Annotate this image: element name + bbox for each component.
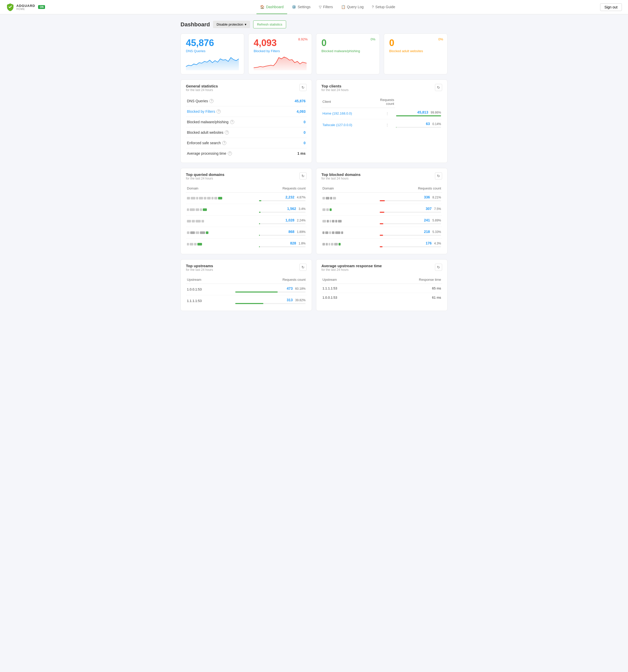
blocked-filters-value: 4,093 <box>281 106 307 117</box>
response-col-header: Response time <box>371 275 442 284</box>
top-clients-refresh-button[interactable]: ↻ <box>435 84 442 91</box>
table-row: 1,028 2.24% <box>186 215 307 227</box>
adguard-logo <box>6 3 14 11</box>
count-value: 176 <box>426 241 432 245</box>
table-row: 1.0.0.1:53 473 60.18% <box>186 284 307 295</box>
count-cell: 313 39.82% <box>234 295 307 307</box>
count-cell: 307 7.5% <box>379 204 442 215</box>
help-icon[interactable]: ? <box>225 130 229 135</box>
upstreams-row: Top upstreams for the last 24 hours ↻ Up… <box>180 259 448 311</box>
client-link[interactable]: Tailscale (127.0.0.0) <box>322 123 352 127</box>
nav-setup[interactable]: ? Setup Guide <box>368 0 399 14</box>
top-queried-refresh-button[interactable]: ↻ <box>299 172 307 179</box>
count-value: 1,028 <box>285 218 294 222</box>
disable-protection-button[interactable]: Disable protection ▾ <box>213 21 250 28</box>
domain-col-header: Domain <box>321 184 379 193</box>
brand-sub: HOME <box>16 8 35 10</box>
count-value: 868 <box>288 230 294 234</box>
count-value: 241 <box>424 218 430 222</box>
count-pct: 4.87% <box>297 196 306 199</box>
top-clients-header: Top clients for the last 24 hours ↻ <box>321 84 442 95</box>
nav-querylog[interactable]: 📋 Query Log <box>338 0 367 14</box>
count-value: 473 <box>287 286 292 290</box>
navbar: ADGUARD HOME ON 🏠 Dashboard ⚙️ Settings … <box>0 0 628 14</box>
count-cell: 1,562 3.4% <box>258 204 307 215</box>
table-row: 336 8.21% <box>321 192 442 204</box>
help-icon[interactable]: ? <box>210 99 214 103</box>
table-row: DNS Queries? 45,876 <box>186 96 307 106</box>
blocked-filters-link[interactable]: Blocked by Filters <box>187 110 215 114</box>
count-cell: 828 1.8% <box>258 238 307 250</box>
progress-bar <box>396 115 441 116</box>
bar-fill <box>396 115 441 116</box>
general-stats-refresh-button[interactable]: ↻ <box>299 84 307 91</box>
help-icon[interactable]: ? <box>228 151 232 155</box>
upstream-col-header: Upstream <box>321 275 371 284</box>
blurred-domain <box>322 220 378 222</box>
malware-value: 0 <box>281 117 307 127</box>
adult-number: 0 <box>389 38 442 48</box>
help-icon[interactable]: ? <box>230 120 234 124</box>
client-link[interactable]: Home (192.168.0.0) <box>322 112 352 115</box>
main-content: Dashboard Disable protection ▾ Refresh s… <box>173 14 455 322</box>
upstream-name: 1.1.1.1:53 <box>186 295 234 307</box>
count-value: 2,232 <box>285 195 294 199</box>
sign-out-button[interactable]: Sign out <box>600 3 622 11</box>
blocked-label: Blocked by Filters <box>253 49 307 53</box>
table-row: Enforced safe search? 0 <box>186 138 307 148</box>
top-blocked-title: Top blocked domains <box>321 172 361 177</box>
dns-queries-number: 45,876 <box>186 38 239 48</box>
middle-row: General statistics for the last 24 hours… <box>180 79 448 163</box>
top-blocked-table: Domain Requests count 336 8.21% <box>321 184 442 250</box>
adult-value: 0 <box>281 127 307 138</box>
top-upstreams-refresh-button[interactable]: ↻ <box>299 264 307 271</box>
count-pct: 2.24% <box>297 219 306 222</box>
client-col-header: Client <box>321 96 379 108</box>
table-row: 868 1.89% <box>186 227 307 238</box>
malware-percent: 0% <box>370 37 376 41</box>
count-pct: 7.5% <box>434 207 441 211</box>
brand: ADGUARD HOME ON <box>6 3 45 11</box>
count-pct: 5.89% <box>432 219 441 222</box>
help-icon[interactable]: ? <box>222 141 226 145</box>
help-icon[interactable]: ? <box>217 110 221 114</box>
nav-settings[interactable]: ⚙️ Settings <box>288 0 314 14</box>
blurred-domain <box>187 209 257 211</box>
avg-time-value: 1 ms <box>281 148 307 159</box>
top-blocked-subtitle: for the last 24 hours <box>321 177 361 180</box>
count-cell: 218 5.33% <box>379 227 442 238</box>
nav-filters[interactable]: ▽ Filters <box>315 0 337 14</box>
count-cell: 868 1.89% <box>258 227 307 238</box>
count-cell: 241 5.89% <box>379 215 442 227</box>
blurred-domain <box>322 243 378 245</box>
refresh-statistics-button[interactable]: Refresh statistics <box>253 21 286 28</box>
avg-upstream-title: Average upstream response time <box>321 264 382 268</box>
general-stats-subtitle: for the last 24 hours <box>186 88 218 92</box>
three-dots[interactable]: ⋮ <box>379 107 395 119</box>
three-dots[interactable]: ⋮ <box>379 119 395 131</box>
stat-card-blocked: 8.92% 4,093 Blocked by Filters <box>248 33 312 74</box>
blurred-domain <box>187 232 257 234</box>
count-pct: 4.3% <box>434 242 441 245</box>
count-pct: 5.33% <box>432 230 441 234</box>
table-row: 1,562 3.4% <box>186 204 307 215</box>
top-clients-subtitle: for the last 24 hours <box>321 88 348 92</box>
page-header: Dashboard Disable protection ▾ Refresh s… <box>180 21 448 28</box>
stat-card-malware: 0% 0 Blocked malware/phishing <box>316 33 380 74</box>
count-value: 307 <box>426 207 432 211</box>
upstream-name: 1.0.0.1:53 <box>321 293 371 302</box>
blurred-domain <box>322 232 378 234</box>
requests-col-header: Requests count <box>234 275 307 284</box>
count-value: 218 <box>424 230 430 234</box>
avg-upstream-refresh-button[interactable]: ↻ <box>435 264 442 271</box>
response-time: 65 ms <box>371 284 442 293</box>
top-queried-title: Top queried domains <box>186 172 224 177</box>
nav-dashboard[interactable]: 🏠 Dashboard <box>257 0 287 14</box>
top-blocked-refresh-button[interactable]: ↻ <box>435 172 442 179</box>
avg-upstream-header: Average upstream response time for the l… <box>321 264 442 274</box>
count-pct: 8.21% <box>432 196 441 199</box>
count-cell: 1,028 2.24% <box>258 215 307 227</box>
table-row: 2,232 4.87% <box>186 192 307 204</box>
count-value: 1,562 <box>287 207 296 211</box>
brand-name: ADGUARD <box>16 4 35 8</box>
